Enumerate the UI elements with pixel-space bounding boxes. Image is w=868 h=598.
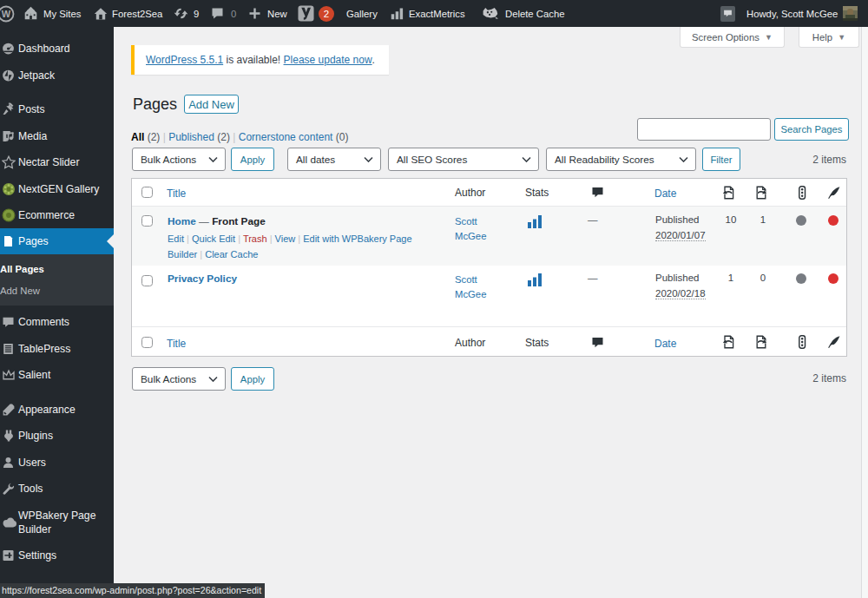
svg-text:W: W bbox=[2, 9, 11, 19]
